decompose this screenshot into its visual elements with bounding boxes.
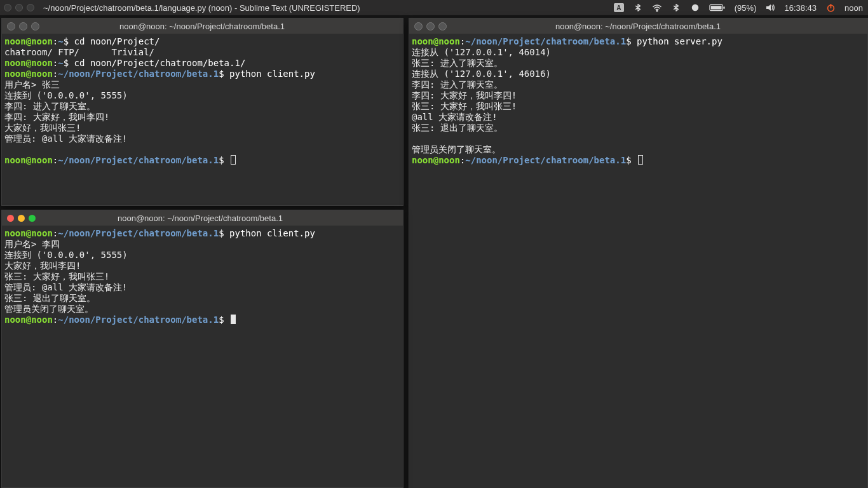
prompt-user: noon@noon — [4, 228, 53, 238]
minimize-icon[interactable] — [19, 22, 27, 30]
minimize-icon[interactable] — [18, 215, 25, 222]
window-controls[interactable] — [7, 215, 36, 222]
maximize-icon[interactable] — [29, 215, 36, 222]
output-line: 李四: 大家好，我叫李四! — [4, 112, 109, 122]
svg-rect-4 — [711, 6, 722, 10]
wc-min-icon[interactable] — [15, 4, 23, 11]
output-line: 连接从 ('127.0.0.1', 46014) — [412, 47, 551, 57]
terminal-titlebar[interactable]: noon@noon: ~/noon/Project/chatroom/beta.… — [2, 18, 403, 34]
menubar-right: A (95%) 16:38:43 noon — [614, 3, 868, 13]
output-line: 张三: 进入了聊天室。 — [412, 58, 503, 68]
prompt-symbol: $ — [64, 58, 69, 68]
output-line: 李四: 进入了聊天室。 — [412, 79, 503, 90]
prompt-user: noon@noon — [412, 36, 460, 46]
output-line: 管理员关闭了聊天室。 — [4, 304, 93, 314]
bluetooth-icon[interactable] — [633, 3, 643, 13]
prompt-path: ~ — [58, 36, 63, 46]
battery-icon[interactable] — [709, 3, 726, 13]
output-line: 连接从 ('127.0.0.1', 46016) — [412, 69, 551, 79]
app-title: ~/noon/Project/chatroom/beta.1/language.… — [43, 3, 360, 13]
terminal-client-lisi[interactable]: noon@noon: ~/noon/Project/chatroom/beta.… — [1, 210, 403, 488]
terminal-titlebar[interactable]: noon@noon: ~/noon/Project/chatroom/beta.… — [409, 18, 867, 34]
window-controls-sublime[interactable] — [4, 4, 34, 11]
wifi-icon[interactable] — [652, 3, 662, 13]
maximize-icon[interactable] — [31, 22, 39, 30]
prompt-path: ~/noon/Project/chatroom/beta.1 — [58, 228, 219, 238]
wc-max-icon[interactable] — [27, 4, 34, 11]
battery-percent: (95%) — [735, 3, 757, 13]
cmd: python client.py — [224, 69, 315, 79]
output-line: @all 大家请改备注! — [412, 112, 498, 122]
cursor-icon — [638, 155, 643, 165]
minimize-icon[interactable] — [426, 22, 435, 30]
power-icon[interactable] — [825, 3, 836, 13]
prompt-path: ~ — [58, 58, 63, 68]
terminal-server[interactable]: noon@noon: ~/noon/Project/chatroom/beta.… — [409, 18, 868, 488]
terminal-body[interactable]: noon@noon:~/noon/Project/chatroom/beta.1… — [409, 34, 867, 488]
terminal-client-zhangsan[interactable]: noon@noon: ~/noon/Project/chatroom/beta.… — [1, 18, 403, 206]
terminal-body[interactable]: noon@noon:~$ cd noon/Project/ chatroom/ … — [2, 34, 403, 205]
bluetooth-alt-icon[interactable] — [671, 3, 681, 13]
output-line: 张三: 大家好，我叫张三! — [412, 101, 517, 111]
svg-rect-3 — [723, 6, 724, 9]
close-icon[interactable] — [7, 22, 15, 30]
close-icon[interactable] — [414, 22, 423, 30]
top-menubar: ~/noon/Project/chatroom/beta.1/language.… — [0, 0, 868, 15]
terminal-title: noon@noon: ~/noon/Project/chatroom/beta.… — [452, 22, 824, 31]
prompt-path: ~/noon/Project/chatroom/beta.1 — [465, 36, 626, 46]
terminal-titlebar[interactable]: noon@noon: ~/noon/Project/chatroom/beta.… — [2, 210, 403, 226]
cmd: python client.py — [224, 228, 315, 238]
output-line: 连接到 ('0.0.0.0', 5555) — [4, 250, 128, 260]
terminal-body[interactable]: noon@noon:~/noon/Project/chatroom/beta.1… — [2, 226, 403, 487]
output-line: 李四: 大家好，我叫李四! — [412, 90, 517, 100]
window-controls[interactable] — [414, 22, 447, 30]
cmd: cd noon/Project/chatroom/beta.1/ — [69, 58, 245, 68]
cmd: cd noon/Project/ — [69, 36, 159, 46]
output-line: 连接到 ('0.0.0.0', 5555) — [4, 90, 128, 100]
prompt-symbol: $ — [219, 69, 224, 79]
prompt-path: ~/noon/Project/chatroom/beta.1 — [58, 69, 219, 79]
clock[interactable]: 16:38:43 — [784, 3, 817, 13]
messages-icon[interactable] — [690, 3, 700, 13]
session-user[interactable]: noon — [844, 3, 863, 13]
output-line: 李四: 进入了聊天室。 — [4, 101, 95, 111]
prompt-path: ~/noon/Project/chatroom/beta.1 — [58, 155, 219, 165]
prompt-user: noon@noon — [412, 155, 460, 165]
output-line: 管理员: @all 大家请改备注! — [4, 133, 127, 144]
volume-icon[interactable] — [765, 3, 775, 13]
prompt-symbol: $ — [219, 155, 224, 165]
wc-close-icon[interactable] — [4, 4, 11, 11]
prompt-user: noon@noon — [4, 58, 53, 68]
prompt-symbol: $ — [64, 36, 69, 46]
cursor-icon — [231, 155, 236, 165]
prompt-symbol: $ — [626, 36, 631, 46]
prompt-path: ~/noon/Project/chatroom/beta.1 — [465, 155, 626, 165]
prompt-user: noon@noon — [4, 69, 53, 79]
output-line: 张三: 退出了聊天室。 — [412, 123, 503, 133]
prompt-user: noon@noon — [4, 36, 53, 46]
terminal-title: noon@noon: ~/noon/Project/chatroom/beta.… — [41, 214, 360, 223]
prompt-symbol: $ — [219, 315, 224, 325]
prompt-user: noon@noon — [4, 155, 53, 165]
output-line: 用户名> 李四 — [4, 239, 60, 249]
svg-point-0 — [656, 10, 658, 11]
close-icon[interactable] — [7, 215, 14, 222]
maximize-icon[interactable] — [438, 22, 447, 30]
prompt-symbol: $ — [626, 155, 631, 165]
menubar-left: ~/noon/Project/chatroom/beta.1/language.… — [0, 3, 360, 13]
output-line: chatroom/ FTP/ Trivial/ — [4, 47, 154, 57]
window-controls[interactable] — [7, 22, 39, 30]
output-line: 大家好，我叫张三! — [4, 123, 81, 133]
cursor-icon — [231, 315, 236, 324]
cmd: python server.py — [632, 36, 722, 46]
svg-point-1 — [692, 4, 699, 11]
prompt-path: ~/noon/Project/chatroom/beta.1 — [58, 315, 219, 325]
prompt-user: noon@noon — [4, 315, 53, 325]
prompt-symbol: $ — [219, 228, 224, 238]
output-line: 张三: 大家好，我叫张三! — [4, 271, 109, 281]
output-line: 管理员关闭了聊天室。 — [412, 144, 501, 154]
output-line: 管理员: @all 大家请改备注! — [4, 282, 127, 292]
ime-indicator-icon[interactable]: A — [614, 3, 624, 12]
terminal-title: noon@noon: ~/noon/Project/chatroom/beta.… — [44, 22, 360, 31]
output-line: 张三: 退出了聊天室。 — [4, 293, 95, 303]
